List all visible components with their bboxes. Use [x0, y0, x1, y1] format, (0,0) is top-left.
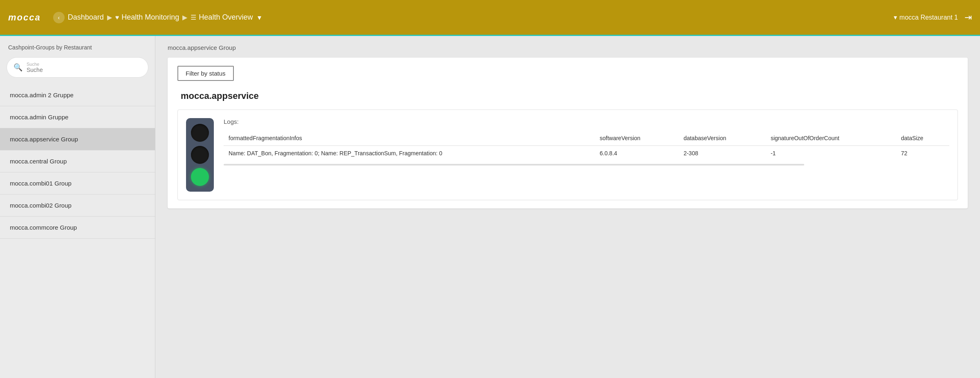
horizontal-scrollbar[interactable]: [224, 164, 804, 166]
breadcrumb-health-overview[interactable]: ☰ Health Overview: [191, 13, 253, 22]
cell-signature-out-of-order: -1: [766, 146, 896, 161]
filter-by-status-button[interactable]: Filter by status: [177, 66, 234, 81]
sidebar-item-mocca-combi02-group[interactable]: mocca.combi02 Group: [0, 195, 155, 217]
traffic-light-green: [191, 168, 209, 186]
col-database-version: databaseVersion: [679, 132, 766, 146]
col-software-version: softwareVersion: [595, 132, 679, 146]
sidebar-item-mocca-admin-2-gruppe[interactable]: mocca.admin 2 Gruppe: [0, 84, 155, 106]
traffic-light: [186, 118, 214, 192]
traffic-light-yellow: [191, 146, 209, 164]
table-row: Name: DAT_Bon, Fragmentation: 0; Name: R…: [224, 146, 949, 161]
header-right: ▾ mocca Restaurant 1 ⇥: [894, 12, 972, 23]
restaurant-selector[interactable]: ▾ mocca Restaurant 1: [894, 13, 958, 21]
search-box[interactable]: 🔍 Suche: [7, 57, 148, 78]
breadcrumb-sep-1: ▶: [107, 13, 112, 21]
breadcrumb-health-monitoring[interactable]: ♥ Health Monitoring: [115, 13, 179, 22]
breadcrumb-dropdown-icon[interactable]: ▾: [258, 13, 261, 22]
logout-button[interactable]: ⇥: [964, 12, 972, 23]
search-icon: 🔍: [13, 63, 22, 72]
search-label: Suche: [27, 62, 108, 67]
content-panel-title: mocca.appservice Group: [168, 44, 968, 51]
col-fragmentation-infos: formattedFragmentationInfos: [224, 132, 595, 146]
sidebar-item-mocca-central-group[interactable]: mocca.central Group: [0, 150, 155, 172]
logs-section: Logs: formattedFragmentationInfos softwa…: [224, 118, 949, 166]
app-header: mocca​ ‹ Dashboard ▶ ♥ Health Monitoring…: [0, 0, 980, 36]
sidebar-item-mocca-appservice-group[interactable]: mocca.appservice Group: [0, 128, 155, 150]
heart-icon: ♥: [115, 14, 119, 21]
cell-database-version: 2-308: [679, 146, 766, 161]
search-input[interactable]: [27, 67, 108, 73]
col-data-size: dataSize: [896, 132, 949, 146]
app-logo: mocca​: [8, 12, 41, 23]
main-layout: Cashpoint-Groups by Restaurant 🔍 Suche m…: [0, 36, 980, 378]
sidebar-item-mocca-combi01-group[interactable]: mocca.combi01 Group: [0, 172, 155, 195]
cell-fragmentation-infos: Name: DAT_Bon, Fragmentation: 0; Name: R…: [224, 146, 595, 161]
col-signature-out-of-order: signatureOutOfOrderCount: [766, 132, 896, 146]
sidebar-item-mocca-admin-gruppe[interactable]: mocca.admin Gruppe: [0, 106, 155, 128]
breadcrumb-sep-2: ▶: [182, 13, 187, 21]
breadcrumb-dashboard[interactable]: Dashboard: [68, 13, 104, 22]
sidebar-item-mocca-commcore-group[interactable]: mocca.commcore Group: [0, 217, 155, 239]
sidebar: Cashpoint-Groups by Restaurant 🔍 Suche m…: [0, 36, 155, 378]
nav-back-button[interactable]: ‹: [53, 12, 65, 23]
cell-data-size: 72: [896, 146, 949, 161]
service-details: Logs: formattedFragmentationInfos softwa…: [177, 110, 958, 200]
document-icon: ☰: [191, 13, 196, 21]
logs-table: formattedFragmentationInfos softwareVers…: [224, 132, 949, 161]
service-name-title: mocca.appservice: [177, 91, 958, 101]
content-area: mocca.appservice Group Filter by status …: [155, 36, 980, 378]
traffic-light-red: [191, 124, 209, 142]
content-panel: Filter by status mocca.appservice Logs: …: [168, 58, 968, 208]
sidebar-title: Cashpoint-Groups by Restaurant: [0, 44, 155, 57]
logs-label: Logs:: [224, 118, 949, 125]
breadcrumb: ‹ Dashboard ▶ ♥ Health Monitoring ▶ ☰ He…: [53, 12, 894, 23]
cell-software-version: 6.0.8.4: [595, 146, 679, 161]
